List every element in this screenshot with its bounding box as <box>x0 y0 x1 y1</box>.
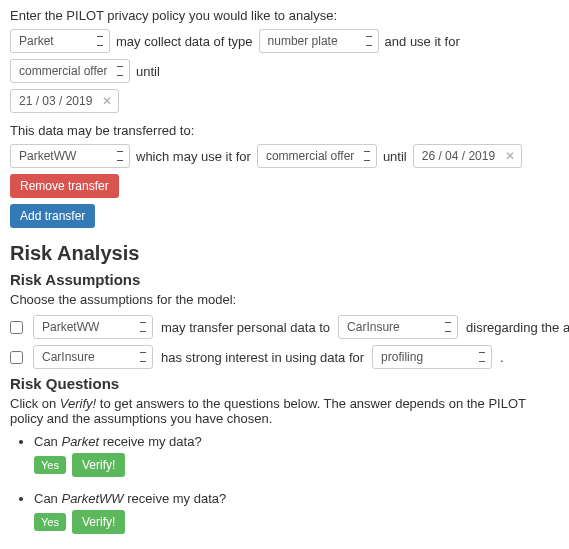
status-badge: Yes <box>34 456 66 474</box>
may-collect-label: may collect data of type <box>116 34 253 49</box>
question-text: Can ParketWW receive my data? <box>34 491 559 506</box>
transfer-prompt: This data may be transferred to: <box>10 123 559 138</box>
questions-prompt: Click on Verify! to get answers to the q… <box>10 396 559 426</box>
questions-list: Can Parket receive my data?YesVerify!Can… <box>16 434 559 549</box>
question-text: Can Parket receive my data? <box>34 434 559 449</box>
assumption-1-mid: may transfer personal data to <box>161 320 330 335</box>
use-for-label: and use it for <box>385 34 460 49</box>
which-may-label: which may use it for <box>136 149 251 164</box>
clear-date-icon[interactable]: ✕ <box>102 94 112 108</box>
assumption-2-mid: has strong interest in using data for <box>161 350 364 365</box>
risk-assumptions-heading: Risk Assumptions <box>10 271 559 288</box>
data-type-select[interactable]: number plate <box>259 29 379 53</box>
risk-analysis-heading: Risk Analysis <box>10 242 559 265</box>
add-transfer-button[interactable]: Add transfer <box>10 204 95 228</box>
policy-prompt: Enter the PILOT privacy policy you would… <box>10 8 559 23</box>
policy-until-date-value: 21 / 03 / 2019 <box>19 94 92 108</box>
verify-button[interactable]: Verify! <box>72 453 125 477</box>
verify-button[interactable]: Verify! <box>72 510 125 534</box>
transfer-until-date[interactable]: 26 / 04 / 2019 ✕ <box>413 144 522 168</box>
status-badge: Yes <box>34 513 66 531</box>
assumption-2-purpose-select[interactable]: profiling <box>372 345 492 369</box>
clear-date-icon[interactable]: ✕ <box>505 149 515 163</box>
question-item: Can Parket receive my data?YesVerify! <box>34 434 559 477</box>
assumption-1-target-select[interactable]: CarInsure <box>338 315 458 339</box>
policy-subject-select[interactable]: Parket <box>10 29 110 53</box>
remove-transfer-button[interactable]: Remove transfer <box>10 174 119 198</box>
assumption-2-actor-select[interactable]: CarInsure <box>33 345 153 369</box>
transfer-row: ParketWW which may use it for commercial… <box>10 144 559 198</box>
transfer-until-label: until <box>383 149 407 164</box>
assumptions-prompt: Choose the assumptions for the model: <box>10 292 559 307</box>
assumption-row-1: ParketWW may transfer personal data to C… <box>10 315 559 339</box>
transfer-until-date-value: 26 / 04 / 2019 <box>422 149 495 163</box>
assumption-2-checkbox[interactable] <box>10 351 23 364</box>
risk-questions-heading: Risk Questions <box>10 375 559 392</box>
policy-purpose-select[interactable]: commercial offers <box>10 59 130 83</box>
transfer-purpose-select[interactable]: commercial offers <box>257 144 377 168</box>
assumption-row-2: CarInsure has strong interest in using d… <box>10 345 559 369</box>
policy-row: Parket may collect data of type number p… <box>10 29 559 83</box>
assumption-1-tail: disregarding the associated DS policies. <box>466 320 569 335</box>
assumption-2-tail: . <box>500 350 504 365</box>
assumption-1-checkbox[interactable] <box>10 321 23 334</box>
policy-until-date[interactable]: 21 / 03 / 2019 ✕ <box>10 89 119 113</box>
question-item: Can ParketWW receive my data?YesVerify! <box>34 491 559 534</box>
until-label: until <box>136 64 160 79</box>
transfer-recipient-select[interactable]: ParketWW <box>10 144 130 168</box>
assumption-1-actor-select[interactable]: ParketWW <box>33 315 153 339</box>
